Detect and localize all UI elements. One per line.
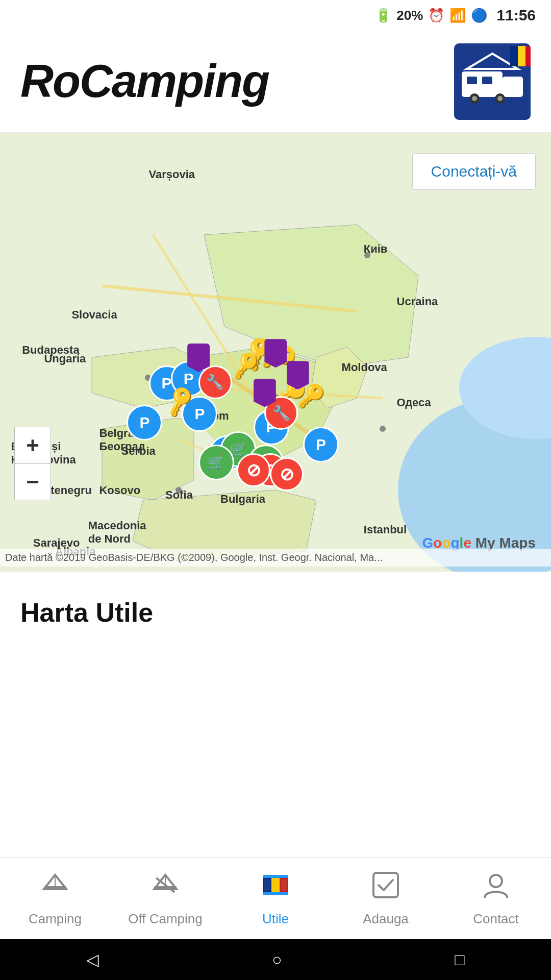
svg-rect-46 [272, 879, 279, 891]
svg-point-8 [497, 96, 503, 101]
utile-icon [261, 871, 290, 906]
svg-rect-10 [510, 46, 518, 66]
contact-icon [482, 871, 510, 906]
nav-adauga[interactable]: Adauga [331, 858, 441, 939]
section-title: Harta Utile [20, 597, 531, 628]
back-button[interactable]: ◁ [86, 950, 99, 969]
recent-button[interactable]: □ [455, 950, 464, 969]
marker-wrench-1[interactable]: 🔧 [198, 365, 232, 399]
svg-point-6 [472, 96, 477, 101]
bluetooth-icon: 🔵 [471, 8, 487, 23]
zoom-in-button[interactable]: + [14, 427, 51, 463]
map-area[interactable]: Varșovia Slovacia Ungaria Budapesta Ucra… [0, 133, 551, 572]
login-button[interactable]: Conectați-vă [412, 153, 536, 190]
svg-rect-4 [482, 77, 492, 84]
svg-point-31 [364, 252, 370, 258]
adauga-icon [371, 871, 400, 906]
home-button[interactable]: ○ [272, 950, 282, 969]
svg-rect-2 [503, 77, 523, 97]
off-camping-label: Off Camping [128, 911, 202, 927]
logo-svg [454, 43, 531, 120]
svg-rect-45 [264, 879, 270, 891]
svg-rect-49 [263, 893, 288, 895]
svg-point-29 [176, 487, 182, 493]
camping-label: Camping [29, 911, 82, 927]
clock: 11:56 [496, 7, 536, 24]
contact-label: Contact [473, 911, 519, 927]
off-camping-icon [151, 871, 180, 906]
svg-rect-12 [525, 46, 531, 66]
svg-rect-3 [467, 77, 477, 84]
app-header: RoCamping [0, 31, 551, 133]
status-bar: 🔋 20% ⏰ 📶 🔵 11:56 [0, 0, 551, 31]
marker-key-3[interactable]: 🔑 [229, 350, 261, 381]
svg-rect-48 [263, 875, 288, 877]
marker-cart-2[interactable]: 🛒 [198, 445, 234, 480]
battery-percent: 20% [396, 8, 423, 23]
battery-icon: 🔋 [375, 8, 391, 23]
svg-rect-50 [373, 873, 398, 897]
nav-utile[interactable]: Utile [220, 858, 331, 939]
marker-purple-3[interactable] [254, 379, 276, 407]
marker-purple-4[interactable] [287, 361, 309, 389]
utile-label: Utile [262, 911, 289, 927]
wifi-icon: 📶 [449, 8, 466, 23]
app-logo [454, 43, 531, 120]
status-icons: 🔋 20% ⏰ 📶 🔵 [375, 8, 487, 23]
adauga-label: Adauga [363, 911, 409, 927]
nav-camping[interactable]: Camping [0, 858, 110, 939]
alarm-icon: ⏰ [428, 8, 444, 23]
svg-point-51 [490, 875, 502, 887]
marker-no-3[interactable]: ⊘ [237, 453, 270, 487]
section-title-area: Harta Utile [0, 572, 551, 643]
app-title: RoCamping [20, 55, 269, 108]
marker-purple-2[interactable] [187, 344, 210, 372]
nav-contact[interactable]: Contact [441, 858, 551, 939]
svg-rect-47 [281, 879, 287, 891]
marker-purple-1[interactable] [264, 339, 287, 368]
svg-point-32 [380, 426, 386, 432]
zoom-out-button[interactable]: − [14, 463, 51, 500]
nav-off-camping[interactable]: Off Camping [110, 858, 220, 939]
svg-rect-11 [518, 46, 525, 66]
camping-icon [41, 871, 69, 906]
bottom-nav: Camping Off Camping [0, 857, 551, 939]
map-attribution: Date hartă ©2019 GeoBasis-DE/BKG (©2009)… [0, 549, 551, 567]
zoom-controls: + − [14, 427, 51, 500]
android-nav-bar: ◁ ○ □ [0, 939, 551, 980]
marker-parking-7[interactable]: P [303, 427, 339, 462]
